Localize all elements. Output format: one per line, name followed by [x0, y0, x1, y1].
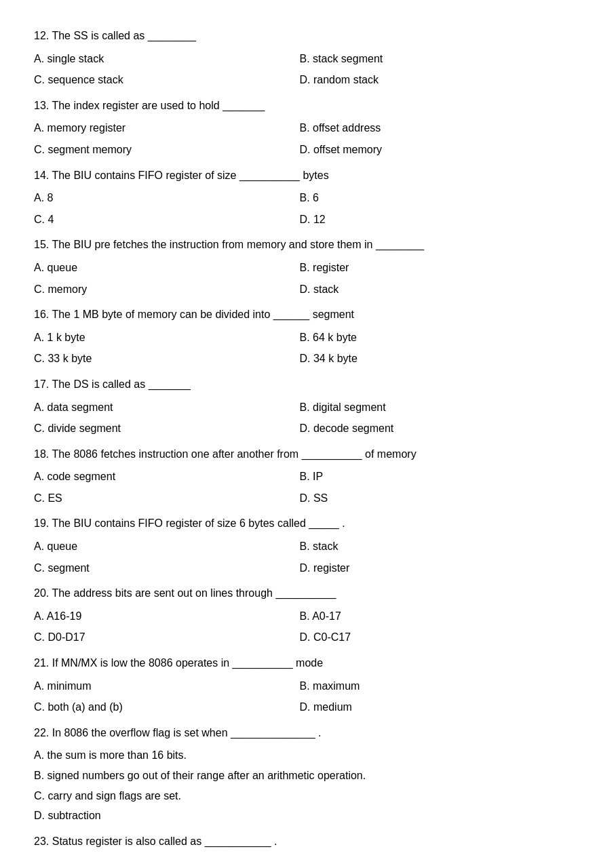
question-text: The 8086 fetches instruction one after a… [52, 448, 298, 460]
options-row-10-0: A. minimumB. maximum [34, 676, 565, 696]
option: C. sequence stack [34, 70, 300, 90]
option: C. D0-D17 [34, 627, 300, 648]
option: C. both (a) and (b) [34, 697, 300, 717]
question-number: 17. [34, 378, 49, 390]
question-text: In 8086 the overflow flag is set when [52, 727, 228, 738]
question-suffix: . [318, 727, 321, 738]
question-number: 19. [34, 517, 49, 529]
question-blank: __________ [302, 448, 362, 460]
option: D. 12 [300, 210, 566, 230]
question-4: 15. The BIU pre fetches the instruction … [34, 236, 565, 254]
option: B. digital segment [300, 397, 566, 418]
question-blank: __________ [233, 657, 293, 669]
question-suffix: . [274, 835, 277, 847]
option: D. register [300, 558, 566, 578]
options-row-9-0: A. A16-19B. A0-17 [34, 606, 565, 627]
option: C. ES [34, 488, 300, 509]
question-12: 23. Status register is also called as __… [34, 833, 565, 850]
option: A. data segment [34, 397, 300, 418]
question-number: 13. [34, 100, 49, 111]
options-row-8-0: A. queueB. stack [34, 536, 565, 557]
option: D. decode segment [300, 418, 566, 439]
option: B. A0-17 [300, 606, 566, 627]
options-row-1-0: A. single stackB. stack segment [34, 49, 565, 69]
options-row-3-1: C. 4D. 12 [34, 210, 565, 230]
question-text: The BIU contains FIFO register of size 6… [52, 517, 305, 529]
options-row-5-1: C. 33 k byteD. 34 k byte [34, 349, 565, 369]
question-number: 14. [34, 170, 49, 181]
question-1: 12. The SS is called as ________ [34, 27, 565, 45]
question-text: The address bits are sent out on lines t… [52, 587, 273, 599]
question-suffix: . [342, 517, 345, 529]
question-text: The BIU contains FIFO register of size [52, 170, 236, 181]
options-row-2-0: A. memory registerB. offset address [34, 118, 565, 138]
question-suffix: of memory [365, 448, 417, 460]
question-blank: ______ [273, 309, 309, 320]
options-row-8-1: C. segmentD. register [34, 558, 565, 578]
question-blank: _____ [309, 517, 339, 529]
question-blank: _______ [223, 100, 265, 111]
option: B. stack [300, 536, 566, 557]
option: B. maximum [300, 676, 566, 696]
question-11: 22. In 8086 the overflow flag is set whe… [34, 724, 565, 742]
option-full: C. carry and sign flags are set. [34, 786, 565, 806]
options-row-7-0: A. code segmentB. IP [34, 467, 565, 487]
options-row-4-0: A. queueB. register [34, 258, 565, 278]
question-number: 16. [34, 309, 49, 320]
question-blank: _______ [149, 378, 191, 390]
question-8: 19. The BIU contains FIFO register of si… [34, 515, 565, 532]
options-row-1-1: C. sequence stackD. random stack [34, 70, 565, 90]
question-blank: ______________ [231, 727, 315, 738]
question-number: 12. [34, 30, 49, 41]
question-number: 18. [34, 448, 49, 460]
options-row-9-1: C. D0-D17D. C0-C17 [34, 627, 565, 648]
question-suffix: mode [296, 657, 323, 669]
option: A. 1 k byte [34, 328, 300, 348]
question-blank: __________ [275, 587, 336, 599]
question-5: 16. The 1 MB byte of memory can be divid… [34, 306, 565, 323]
question-number: 15. [34, 239, 49, 250]
question-blank: ___________ [205, 835, 271, 847]
question-number: 22. [34, 727, 49, 738]
option: D. stack [300, 279, 566, 300]
option: A. A16-19 [34, 606, 300, 627]
question-blank: ________ [148, 30, 196, 41]
option: A. 8 [34, 188, 300, 208]
option: A. queue [34, 536, 300, 557]
options-row-3-0: A. 8B. 6 [34, 188, 565, 208]
question-number: 21. [34, 657, 49, 669]
options-row-7-1: C. ESD. SS [34, 488, 565, 509]
option: B. offset address [300, 118, 566, 138]
option: D. SS [300, 488, 566, 509]
option: C. segment memory [34, 140, 300, 160]
question-10: 21. If MN/MX is low the 8086 operates in… [34, 654, 565, 672]
quiz-container: 12. The SS is called as ________A. singl… [34, 27, 565, 850]
question-text: Status register is also called as [52, 835, 202, 847]
option: D. C0-C17 [300, 627, 566, 648]
option-full: A. the sum is more than 16 bits. [34, 745, 565, 766]
question-text: The DS is called as [52, 378, 145, 390]
options-row-5-0: A. 1 k byteB. 64 k byte [34, 328, 565, 348]
option: D. random stack [300, 70, 566, 90]
question-text: The index register are used to hold [52, 100, 219, 111]
question-text: If MN/MX is low the 8086 operates in [52, 657, 229, 669]
options-row-2-1: C. segment memoryD. offset memory [34, 140, 565, 160]
option-full: B. signed numbers go out of their range … [34, 766, 565, 786]
option: C. segment [34, 558, 300, 578]
option: A. memory register [34, 118, 300, 138]
options-row-6-1: C. divide segmentD. decode segment [34, 418, 565, 439]
options-row-10-1: C. both (a) and (b)D. medium [34, 697, 565, 717]
question-6: 17. The DS is called as _______ [34, 376, 565, 393]
question-7: 18. The 8086 fetches instruction one aft… [34, 446, 565, 463]
option: A. code segment [34, 467, 300, 487]
options-row-4-1: C. memoryD. stack [34, 279, 565, 300]
option: C. 4 [34, 210, 300, 230]
option: B. IP [300, 467, 566, 487]
question-text: The BIU pre fetches the instruction from… [52, 239, 372, 250]
option: B. stack segment [300, 49, 566, 69]
option: D. offset memory [300, 140, 566, 160]
question-3: 14. The BIU contains FIFO register of si… [34, 167, 565, 184]
question-9: 20. The address bits are sent out on lin… [34, 585, 565, 602]
option: A. single stack [34, 49, 300, 69]
question-suffix: bytes [303, 170, 328, 181]
